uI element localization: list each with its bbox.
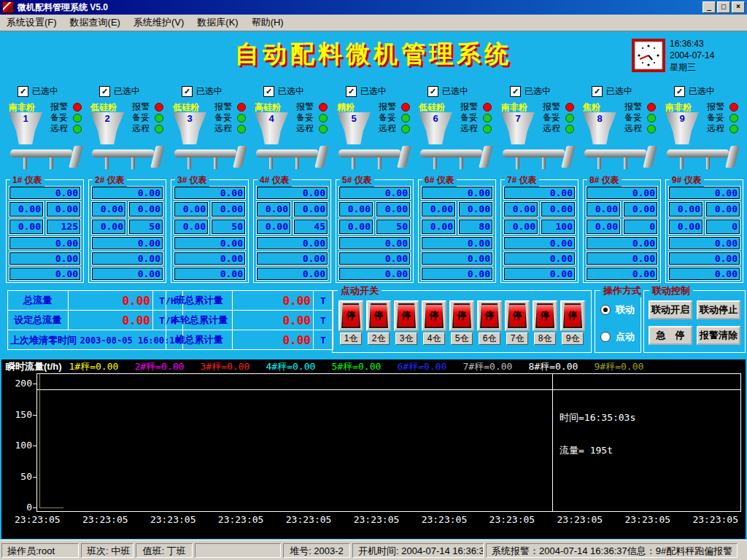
meter-field: 0.00 [9,219,43,234]
chart-cursor-line[interactable] [552,374,553,511]
selected-checkbox[interactable]: ✓ [346,86,357,97]
jog-switch-bin6[interactable]: 停6仓 [477,300,502,345]
selected-checkbox[interactable]: ✓ [592,86,603,97]
hopper-unit-5: ✓已选中 精粉 5 报警 备妥 远程 [337,86,419,171]
meter-setpoint-field[interactable]: 125 [47,219,80,234]
alarm-indicator [237,103,246,112]
meter-field: 0.00 [212,202,245,217]
meter-setpoint-field[interactable]: 80 [459,219,492,234]
radio-icon[interactable] [600,332,611,342]
hopper-name: 低硅粉 [90,101,131,112]
minimize-button[interactable]: _ [703,1,716,13]
meter-title: 4# 仪表 [258,174,292,187]
meter-panel-4: 4# 仪表 0.00 0.000.00 0.0045 0.00 0.00 0.0… [253,179,331,283]
stop-rocker[interactable]: 停 [480,303,499,328]
maximize-button[interactable]: □ [717,1,730,13]
hopper-number: 1 [9,113,42,124]
emergency-stop-button[interactable]: 急 停 [649,326,692,345]
stop-rocker[interactable]: 停 [425,303,444,328]
selected-checkbox[interactable]: ✓ [182,86,193,97]
selected-checkbox[interactable]: ✓ [510,86,521,97]
jog-switch-bin1[interactable]: 停1仓 [338,300,363,345]
jog-switch-bin3[interactable]: 停3仓 [394,300,419,345]
stop-rocker[interactable]: 停 [508,303,527,328]
ready-indicator [73,114,82,122]
hopper-icon: 2 [90,112,124,144]
jog-switch-bin7[interactable]: 停7仓 [505,300,530,345]
alarm-clear-button[interactable]: 报警清除 [697,326,740,345]
meter-title: 1# 仪表 [10,174,44,187]
stop-rocker[interactable]: 停 [397,303,416,328]
jog-switch-bin5[interactable]: 停5仓 [449,300,474,345]
meter-field: 0.00 [92,202,125,217]
meter-field: 0.00 [422,219,455,234]
set-flow-label: 设定总流量 [8,311,69,330]
meter-setpoint-field[interactable]: 0 [706,219,740,234]
stop-rocker[interactable]: 停 [369,303,388,328]
trend-chart: 瞬时流量(t/h) 1#秤=0.00 2#秤=0.00 3#秤=0.00 4#秤… [1,359,746,539]
menu-data-query[interactable]: 数据查询(E) [63,15,127,31]
remote-indicator [647,125,656,133]
y-tick-mark [33,415,37,416]
remote-label: 远程 [379,122,396,135]
meter-setpoint-field[interactable]: 50 [376,219,410,234]
x-tick: 23:23:05 [489,514,535,525]
meter-flow-field: 0.00 [174,187,245,199]
hopper-unit-6: ✓已选中 低硅粉 6 报警 备妥 远程 [419,86,500,171]
menu-system-maintenance[interactable]: 系统维护(V) [127,15,190,31]
menu-help[interactable]: 帮助(H) [245,15,290,31]
stop-rocker[interactable]: 停 [452,303,471,328]
stop-rocker[interactable]: 停 [535,303,554,328]
menu-database[interactable]: 数据库(K) [190,15,244,31]
hopper-unit-3: ✓已选中 低硅粉 3 报警 备妥 远程 [173,86,255,171]
jog-switch-bin9[interactable]: 停9仓 [560,300,585,345]
jog-switch-bin8[interactable]: 停8仓 [533,300,557,345]
meter-panel-9: 9# 仪表 0.00 0.000.00 0.000 0.00 0.00 0.00 [665,179,743,283]
selected-label: 已选中 [32,85,58,98]
radio-linked[interactable]: 联动 [600,303,635,316]
conveyor-icon [92,146,171,169]
meter-setpoint-field[interactable]: 100 [541,219,575,234]
meter-setpoint-field[interactable]: 0 [624,219,657,234]
selected-checkbox[interactable]: ✓ [427,86,438,97]
selected-checkbox[interactable]: ✓ [674,86,685,97]
meter-setpoint-field[interactable]: 50 [212,219,245,234]
hopper-unit-1: ✓已选中 南非粉 1 报警 备妥 远程 [9,86,90,171]
x-tick: 23:23:05 [354,514,400,525]
link-stop-button[interactable]: 联动停止 [697,300,740,319]
jog-switch-bin4[interactable]: 停4仓 [422,300,446,345]
legend-scale-5: 5#秤=0.00 [332,360,387,373]
remote-indicator [237,125,246,133]
radio-jog[interactable]: 点动 [600,330,635,343]
meter-field: 0.00 [257,252,328,265]
meter-setpoint-field[interactable]: 45 [294,219,328,234]
x-tick: 23:23:05 [692,514,738,525]
selected-checkbox[interactable]: ✓ [263,86,274,97]
selected-checkbox[interactable]: ✓ [18,86,28,97]
meter-title: 9# 仪表 [670,174,704,187]
hopper-name: 南非粉 [501,101,542,112]
hopper-unit-8: ✓已选中 焦粉 8 报警 备妥 远程 [583,86,665,171]
stop-rocker[interactable]: 停 [563,303,582,328]
bin-label: 8仓 [534,332,556,345]
meter-flow-field: 0.00 [257,187,328,199]
y-tick-mark [33,384,37,384]
meter-setpoint-field[interactable]: 50 [129,219,163,234]
stop-rocker[interactable]: 停 [341,303,360,328]
meter-field: 0.00 [339,252,410,265]
total-flow-label: 总流量 [8,291,69,311]
status-bar: 操作员:root 班次: 中班 值班: 丁班 堆号: 2003-2 开机时间: … [0,540,747,560]
jog-switch-bin2[interactable]: 停2仓 [366,300,391,345]
close-button[interactable]: × [732,1,745,13]
plot-area[interactable]: 时间=16:35:03s 流量= 195t [36,373,741,512]
x-tick: 23:23:05 [422,514,468,525]
meter-panel-3: 3# 仪表 0.00 0.000.00 0.0050 0.00 0.00 0.0… [171,179,249,283]
ready-indicator [401,114,410,122]
radio-jog-label: 点动 [616,330,635,343]
selected-checkbox[interactable]: ✓ [99,86,110,97]
link-start-button[interactable]: 联动开启 [649,300,692,319]
meter-field: 0.00 [257,202,290,217]
radio-icon[interactable] [600,305,611,315]
meter-field: 0.00 [669,252,740,265]
menu-system-settings[interactable]: 系统设置(F) [0,15,63,31]
